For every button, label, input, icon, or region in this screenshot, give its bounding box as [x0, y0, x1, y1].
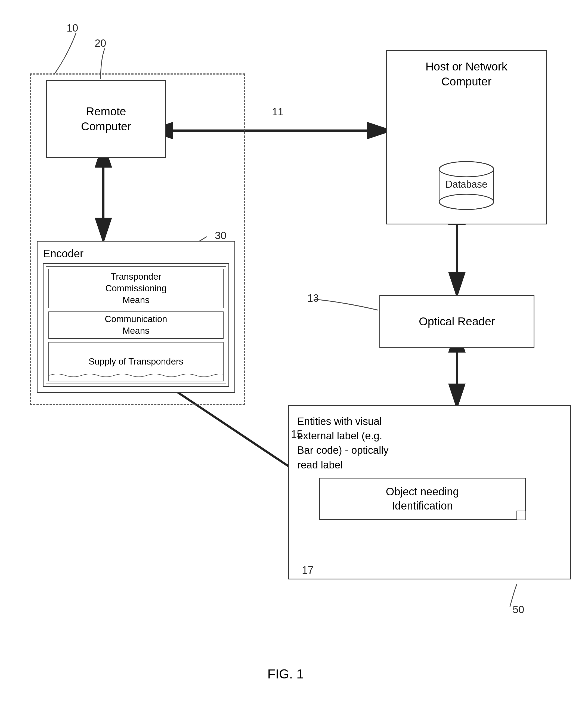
- wavy-lines: [49, 373, 223, 381]
- entities-label: Entities with visualexternal label (e.g.…: [297, 414, 389, 472]
- transponder-commissioning-box: TransponderCommissioningMeans: [48, 269, 224, 308]
- encoder-inner-middle: TransponderCommissioningMeans Communicat…: [46, 266, 226, 384]
- label-17: 17: [302, 565, 313, 576]
- diagram: 10 20 Remote Computer Host or NetworkCom…: [0, 0, 588, 710]
- encoder-box: Encoder TransponderCommissioningMeans Co…: [37, 241, 235, 393]
- database-svg: Database: [437, 156, 496, 210]
- host-computer-box: Host or NetworkComputer Database: [386, 50, 547, 224]
- remote-computer-box: Remote Computer: [46, 80, 166, 158]
- communication-means-label: CommunicationMeans: [105, 313, 167, 337]
- optical-reader-box: Optical Reader: [379, 295, 534, 348]
- object-id-box: Object needingIdentification: [319, 478, 526, 520]
- encoder-inner-outer: TransponderCommissioningMeans Communicat…: [43, 263, 229, 387]
- supply-transponders-box: Supply of Transponders: [48, 342, 224, 381]
- label-10: 10: [67, 22, 78, 34]
- entities-box: Entities with visualexternal label (e.g.…: [288, 405, 571, 579]
- optical-reader-label: Optical Reader: [419, 314, 495, 329]
- transponder-commissioning-label: TransponderCommissioningMeans: [105, 271, 167, 306]
- figure-label: FIG. 1: [245, 666, 326, 682]
- label-50: 50: [513, 604, 524, 616]
- supply-transponders-label: Supply of Transponders: [89, 356, 183, 368]
- label-13: 13: [307, 292, 319, 304]
- label-15: 15: [291, 428, 302, 440]
- host-computer-label: Host or NetworkComputer: [425, 60, 507, 88]
- communication-means-box: CommunicationMeans: [48, 311, 224, 339]
- svg-point-12: [439, 194, 494, 210]
- object-id-label: Object needingIdentification: [386, 484, 459, 513]
- svg-text:Database: Database: [445, 179, 487, 190]
- label-11: 11: [272, 106, 284, 118]
- transponder-tag-square: [516, 511, 526, 520]
- label-20: 20: [95, 38, 106, 49]
- label-30: 30: [215, 230, 226, 241]
- remote-computer-label: Remote Computer: [81, 104, 131, 134]
- svg-point-13: [439, 162, 494, 177]
- database-cylinder: Database: [437, 156, 496, 210]
- encoder-label: Encoder: [43, 246, 83, 261]
